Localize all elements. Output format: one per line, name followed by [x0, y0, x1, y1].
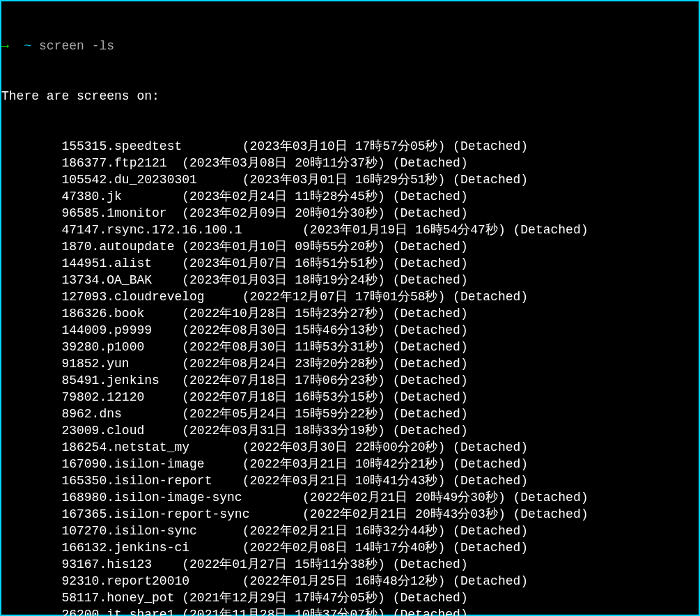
session-row: 8962.dns (2022年05月24日 15時59分22秒) (Detach…: [1, 406, 699, 422]
session-row: 23009.cloud (2022年03月31日 18時33分19秒) (Det…: [1, 422, 699, 439]
terminal-window[interactable]: → ~ screen -ls There are screens on: 155…: [0, 0, 700, 616]
session-row: 93167.his123 (2022年01月27日 15時11分38秒) (De…: [1, 556, 699, 573]
session-row: 167090.isilon-image (2022年03月21日 10時42分2…: [1, 456, 699, 472]
session-row: 47380.jk (2023年02月24日 11時28分45秒) (Detach…: [1, 188, 699, 205]
session-row: 186254.netstat_my (2022年03月30日 22時00分20秒…: [1, 439, 699, 456]
session-row: 168980.isilon-image-sync (2022年02月21日 20…: [1, 489, 699, 506]
session-row: 144951.alist (2023年01月07日 16時51分51秒) (De…: [1, 255, 699, 272]
prompt-line: → ~ screen -ls: [1, 38, 699, 54]
session-row: 167365.isilon-report-sync (2022年02月21日 2…: [1, 506, 699, 523]
session-row: 26200.it_share1 (2021年11月28日 10時37分07秒) …: [1, 606, 699, 616]
session-row: 58117.honey_pot (2021年12月29日 17時47分05秒) …: [1, 590, 699, 606]
session-row: 1870.autoupdate (2023年01月10日 09時55分20秒) …: [1, 238, 699, 255]
session-row: 96585.1monitor (2023年02月09日 20時01分30秒) (…: [1, 205, 699, 222]
session-row: 47147.rsync.172.16.100.1 (2023年01月19日 16…: [1, 222, 699, 238]
session-row: 144009.p9999 (2022年08月30日 15時46分13秒) (De…: [1, 322, 699, 339]
session-row: 186326.book (2022年10月28日 15時23分27秒) (Det…: [1, 305, 699, 322]
session-list: 155315.speedtest (2023年03月10日 17時57分05秒)…: [1, 138, 699, 616]
prompt-arrow-icon: →: [1, 39, 17, 53]
session-row: 165350.isilon-report (2022年03月21日 10時41分…: [1, 472, 699, 489]
session-row: 166132.jenkins-ci (2022年02月08日 14時17分40秒…: [1, 539, 699, 556]
session-row: 127093.cloudrevelog (2022年12月07日 17時01分5…: [1, 288, 699, 305]
prompt-cwd: ~: [17, 39, 39, 53]
session-row: 186377.ftp2121 (2023年03月08日 20時11分37秒) (…: [1, 155, 699, 171]
output-header: There are screens on:: [1, 88, 699, 105]
session-row: 85491.jenkins (2022年07月18日 17時06分23秒) (D…: [1, 372, 699, 389]
session-row: 92310.report20010 (2022年01月25日 16時48分12秒…: [1, 573, 699, 590]
session-row: 13734.OA_BAK (2023年01月03日 18時19分24秒) (De…: [1, 272, 699, 288]
session-row: 155315.speedtest (2023年03月10日 17時57分05秒)…: [1, 138, 699, 155]
command-text: screen -ls: [39, 39, 114, 53]
session-row: 107270.isilon-sync (2022年02月21日 16時32分44…: [1, 523, 699, 539]
session-row: 91852.yun (2022年08月24日 23時20分28秒) (Detac…: [1, 355, 699, 372]
session-row: 39280.p1000 (2022年08月30日 11時53分31秒) (Det…: [1, 339, 699, 355]
session-row: 79802.12120 (2022年07月18日 16時53分15秒) (Det…: [1, 389, 699, 406]
session-row: 105542.du_20230301 (2023年03月01日 16時29分51…: [1, 171, 699, 188]
